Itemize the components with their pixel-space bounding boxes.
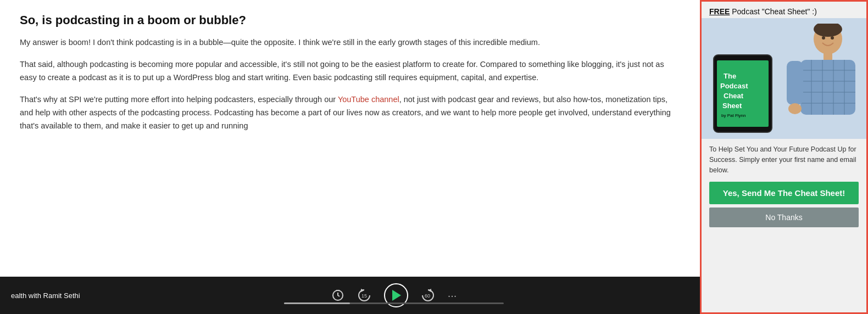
svg-rect-25 [787, 61, 803, 105]
skip-back-button[interactable]: 15 [355, 287, 373, 304]
person-figure [784, 24, 861, 139]
svg-text:The: The [724, 72, 736, 80]
main-layout: So, is podcasting in a boom or bubble? M… [0, 0, 868, 314]
no-thanks-button[interactable]: No Thanks [709, 208, 859, 227]
sidebar-popup: FREE Podcast "Cheat Sheet" :) The Podcas… [700, 0, 868, 314]
svg-marker-2 [361, 289, 364, 292]
svg-rect-16 [800, 60, 855, 115]
svg-text:Cheat: Cheat [724, 92, 744, 100]
skip-forward-button[interactable]: 60 [419, 287, 437, 304]
audio-player-bar: ealth with Ramit Sethi 15 [0, 277, 700, 314]
popup-header: FREE Podcast "Cheat Sheet" :) [702, 2, 866, 18]
more-options-button[interactable]: ··· [448, 289, 457, 302]
popup-header-rest: Podcast "Cheat Sheet" :) [730, 7, 817, 16]
svg-point-28 [831, 36, 834, 40]
svg-marker-4 [428, 289, 431, 292]
svg-text:Podcast: Podcast [720, 82, 748, 90]
progress-fill [284, 302, 350, 304]
svg-point-27 [822, 36, 825, 40]
popup-header-free: FREE [709, 7, 730, 16]
article-heading: So, is podcasting in a boom or bubble? [20, 13, 680, 27]
svg-text:60: 60 [425, 293, 430, 299]
timer-button[interactable] [331, 289, 344, 302]
progress-bar[interactable] [284, 302, 504, 304]
tablet-illustration: The Podcast Cheat Sheet by Pat Flynn [713, 54, 773, 133]
popup-image-area: The Podcast Cheat Sheet by Pat Flynn [702, 18, 866, 139]
player-track-title: ealth with Ramit Sethi [11, 291, 99, 300]
popup-description: To Help Set You and Your Future Podcast … [702, 139, 866, 180]
content-area: So, is podcasting in a boom or bubble? M… [0, 0, 700, 314]
youtube-channel-link[interactable]: YouTube channel [338, 95, 399, 104]
svg-point-26 [788, 103, 802, 114]
paragraph3-before-link: That's why at SPI we're putting more eff… [20, 95, 338, 104]
svg-text:by Pat Flynn: by Pat Flynn [721, 113, 745, 118]
play-icon [392, 290, 401, 301]
player-controls: 15 60 ··· [99, 283, 689, 307]
article-paragraph-1: My answer is boom! I don't think podcast… [20, 36, 680, 49]
svg-rect-15 [824, 51, 832, 61]
article-paragraph-2: That said, although podcasting is becomi… [20, 58, 680, 85]
svg-text:Sheet: Sheet [722, 102, 742, 110]
article-paragraph-3: That's why at SPI we're putting more eff… [20, 93, 680, 133]
svg-text:15: 15 [361, 293, 367, 299]
yes-cheat-sheet-button[interactable]: Yes, Send Me The Cheat Sheet! [709, 182, 859, 204]
